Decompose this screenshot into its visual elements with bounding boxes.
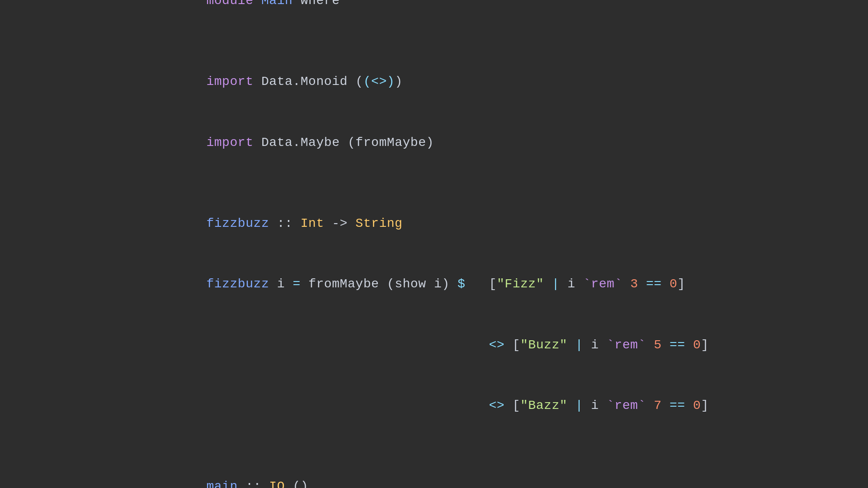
def1-space3 xyxy=(544,277,552,291)
def2-space1 xyxy=(505,338,512,352)
def3-bazz: "Bazz" xyxy=(520,399,567,413)
line-def1: fizzbuzz i = fromMaybe (show i) $ ["Fizz… xyxy=(159,254,709,314)
import-module-2: Data.Maybe xyxy=(261,136,348,150)
def3-space5 xyxy=(662,399,670,413)
empty-line-1 xyxy=(159,32,709,52)
import-module-1: Data.Monoid xyxy=(261,75,355,89)
def1-space6 xyxy=(638,277,646,291)
def3-space2 xyxy=(567,399,575,413)
def1-num3: 3 xyxy=(630,277,638,291)
def1-paren1: ( xyxy=(387,277,395,291)
def1-eqeq: == xyxy=(646,277,662,291)
def1-eq: = xyxy=(292,277,300,291)
def3-space3: i xyxy=(583,399,607,413)
def2-pipe: | xyxy=(576,338,583,352)
def2-eqeq: == xyxy=(670,338,685,352)
def1-num0a: 0 xyxy=(670,277,677,291)
def2-indent xyxy=(206,338,489,352)
def3-bracket2: ] xyxy=(701,399,708,413)
def2-num5: 5 xyxy=(654,338,661,352)
import-paren-4: ) xyxy=(426,136,434,150)
def2-space3: i xyxy=(583,338,607,352)
import-op-1: (<>) xyxy=(363,75,395,89)
line-def3: <> ["Bazz" | i `rem` 7 == 0] xyxy=(159,375,709,436)
def1-bracket2: ] xyxy=(677,277,685,291)
code-block: {-# LANGUAGE MonadComprehensions #-} mod… xyxy=(159,0,709,488)
def1-space7 xyxy=(662,277,670,291)
sig-type-string: String xyxy=(355,216,402,230)
def2-bracket2: ] xyxy=(701,338,708,352)
msig-funcname: main xyxy=(206,479,237,488)
sig-funcname: fizzbuzz xyxy=(206,216,269,230)
def3-mappend: <> xyxy=(489,399,505,413)
line-import1: import Data.Monoid ((<>)) xyxy=(159,52,709,112)
line-import2: import Data.Maybe (fromMaybe) xyxy=(159,113,709,173)
def3-num0c: 0 xyxy=(693,399,701,413)
import-keyword-2: import xyxy=(206,136,261,150)
def2-mappend: <> xyxy=(489,338,505,352)
msig-unit: () xyxy=(285,479,308,488)
empty-line-2 xyxy=(159,173,709,193)
sig-arrow: -> xyxy=(324,216,355,230)
def1-funcname: fizzbuzz xyxy=(206,277,269,291)
def2-buzz: "Buzz" xyxy=(520,338,567,352)
def3-indent xyxy=(206,399,489,413)
def1-paren2: ) xyxy=(442,277,449,291)
def1-show: show i xyxy=(395,277,442,291)
msig-colons: :: xyxy=(238,479,269,488)
def1-bracket1: [ xyxy=(489,277,497,291)
empty-line-3 xyxy=(159,436,709,457)
import-paren-3: ( xyxy=(348,136,355,150)
line-def2: <> ["Buzz" | i `rem` 5 == 0] xyxy=(159,315,709,375)
def1-space4: i xyxy=(560,277,583,291)
def2-bracket1: [ xyxy=(513,338,520,352)
def1-rem: `rem` xyxy=(583,277,623,291)
def2-space4 xyxy=(646,338,654,352)
def1-space1 xyxy=(450,277,458,291)
line-module: module Main where xyxy=(159,0,709,32)
code-container: {-# LANGUAGE MonadComprehensions #-} mod… xyxy=(0,0,868,488)
def3-bracket1: [ xyxy=(513,399,520,413)
def1-pipe: | xyxy=(552,277,559,291)
def2-space6 xyxy=(685,338,693,352)
def3-pipe: | xyxy=(576,399,583,413)
sig-spacing: :: xyxy=(269,216,300,230)
def3-rem: `rem` xyxy=(607,399,646,413)
import-paren-1: ( xyxy=(355,75,363,89)
def1-fizz: "Fizz" xyxy=(497,277,544,291)
def1-space5 xyxy=(623,277,630,291)
sig-type-int: Int xyxy=(301,216,324,230)
import-fn-2: fromMaybe xyxy=(355,136,426,150)
msig-io: IO xyxy=(269,479,285,488)
def2-space5 xyxy=(662,338,670,352)
def2-space2 xyxy=(567,338,575,352)
def3-num7: 7 xyxy=(654,399,661,413)
def3-space4 xyxy=(646,399,654,413)
module-name: Main xyxy=(261,0,292,8)
def2-num0b: 0 xyxy=(693,338,701,352)
def1-space2 xyxy=(465,277,489,291)
def3-space1 xyxy=(505,399,512,413)
def2-rem: `rem` xyxy=(607,338,646,352)
where-text: where xyxy=(292,0,340,8)
def3-eqeq: == xyxy=(670,399,685,413)
def1-dollar: $ xyxy=(458,277,465,291)
module-keyword: module xyxy=(206,0,261,8)
import-keyword-1: import xyxy=(206,75,261,89)
line-sig: fizzbuzz :: Int -> String xyxy=(159,193,709,254)
def1-frommaybetext: fromMaybe xyxy=(301,277,387,291)
def1-arg: i xyxy=(269,277,292,291)
def3-space6 xyxy=(685,399,693,413)
line-msig: main :: IO () xyxy=(159,456,709,488)
import-paren-2: ) xyxy=(395,75,402,89)
